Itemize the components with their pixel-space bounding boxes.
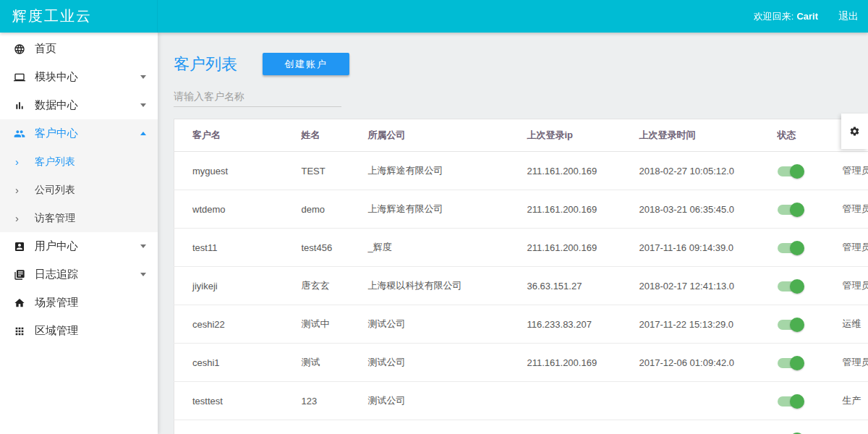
cell-company — [367, 420, 527, 434]
sidebar-subitem-label: 访客管理 — [35, 212, 75, 225]
table-row: ceshi1测试测试公司211.161.200.1692017-12-06 01… — [174, 344, 868, 382]
cell-name: demo — [301, 190, 367, 229]
cell-status — [777, 420, 842, 434]
table-row — [174, 420, 868, 434]
cell-status — [777, 152, 842, 190]
cell-status — [777, 267, 842, 305]
table-row: jiyikeji唐玄玄上海稷以科技有限公司36.63.151.272018-02… — [174, 267, 868, 305]
current-username: Carit — [796, 11, 818, 22]
status-toggle[interactable] — [778, 166, 802, 176]
cell-status — [777, 344, 842, 382]
sidebar-item-user-center[interactable]: 用户中心 — [0, 232, 158, 260]
logout-button[interactable]: 退出 — [838, 10, 859, 23]
cell-name: 测试 — [301, 344, 367, 382]
sidebar-subitem-visitor-mgmt[interactable]: ›访客管理 — [0, 204, 158, 232]
welcome-prefix: 欢迎回来: — [754, 11, 794, 22]
chevron-right-icon: › — [15, 156, 25, 167]
cell-time — [639, 382, 777, 420]
cell-name — [301, 420, 367, 434]
cell-status — [777, 382, 842, 420]
bar-chart-icon — [14, 100, 25, 111]
cell-name: TEST — [301, 152, 367, 190]
contact-card-icon — [14, 241, 25, 252]
toggle-knob — [790, 203, 804, 217]
sidebar-item-home[interactable]: 首页 — [0, 35, 158, 63]
cell-status — [777, 190, 842, 229]
cell-time: 2017-12-06 01:09:42.0 — [639, 344, 777, 382]
sidebar-item-scene-mgmt[interactable]: 场景管理 — [0, 289, 158, 317]
chevron-down-icon — [140, 273, 146, 276]
laptop-icon — [14, 72, 25, 83]
page-title: 客户列表 — [174, 54, 237, 75]
gear-icon — [849, 126, 860, 137]
cell-time: 2017-11-22 15:13:29.0 — [639, 305, 777, 344]
sidebar-item-label: 区域管理 — [35, 324, 78, 338]
cell-username — [174, 420, 301, 434]
column-header: 状态 — [777, 119, 842, 152]
chevron-down-icon — [140, 103, 146, 107]
table-header-row: 客户名姓名所属公司上次登录ip上次登录时间状态 — [174, 119, 868, 152]
column-header: 上次登录时间 — [639, 119, 777, 152]
table-row: myguestTEST上海辉途有限公司211.161.200.1692018-0… — [174, 152, 868, 190]
globe-icon — [14, 43, 25, 55]
customer-search-input[interactable] — [174, 88, 341, 107]
sidebar-item-customer-center[interactable]: 客户中心 — [0, 119, 158, 148]
cell-company: 测试公司 — [367, 344, 527, 382]
app-header: 辉度工业云 欢迎回来:Carit 退出 — [0, 0, 868, 33]
bar-chart-icon — [14, 100, 25, 111]
status-toggle[interactable] — [778, 205, 802, 215]
column-header: 姓名 — [301, 119, 367, 152]
status-toggle[interactable] — [778, 281, 802, 292]
table-row: wtdemodemo上海辉途有限公司211.161.200.1692018-03… — [174, 190, 868, 229]
status-toggle[interactable] — [778, 358, 802, 368]
app-logo: 辉度工业云 — [0, 0, 158, 33]
welcome-text: 欢迎回来:Carit — [754, 10, 818, 23]
people-icon — [14, 128, 25, 140]
cell-name: 123 — [301, 382, 367, 420]
sidebar-subitem-label: 公司列表 — [35, 184, 75, 197]
column-header: 客户名 — [174, 119, 301, 152]
cell-role: 生产 — [842, 382, 868, 420]
sidebar-item-label: 用户中心 — [35, 239, 78, 253]
cell-role: 管理员 — [842, 267, 868, 305]
status-toggle[interactable] — [778, 396, 802, 407]
cell-ip: 211.161.200.169 — [527, 190, 639, 229]
sidebar-subitem-company-list[interactable]: ›公司列表 — [0, 176, 158, 204]
chevron-right-icon: › — [15, 213, 25, 224]
toggle-knob — [790, 356, 804, 370]
toggle-knob — [790, 318, 804, 332]
cell-username: test11 — [174, 229, 301, 267]
chevron-down-icon — [140, 75, 146, 79]
column-settings-button[interactable] — [841, 114, 868, 149]
column-header: 上次登录ip — [527, 119, 639, 152]
sidebar-item-module-center[interactable]: 模块中心 — [0, 63, 158, 91]
cell-ip — [527, 420, 639, 434]
logs-icon — [14, 269, 25, 281]
cell-company: 上海辉途有限公司 — [367, 152, 527, 190]
contact-card-icon — [14, 241, 25, 252]
cell-ip: 36.63.151.27 — [527, 267, 639, 305]
cell-ip: 211.161.200.169 — [527, 152, 639, 190]
sidebar-item-data-center[interactable]: 数据中心 — [0, 91, 158, 119]
sidebar-item-label: 数据中心 — [35, 98, 78, 112]
sidebar-item-label: 日志追踪 — [35, 268, 78, 281]
create-account-button[interactable]: 创建账户 — [263, 53, 349, 75]
sidebar-subitem-label: 客户列表 — [35, 156, 75, 169]
sidebar-item-region-mgmt[interactable]: 区域管理 — [0, 317, 158, 345]
status-toggle[interactable] — [778, 320, 802, 330]
status-toggle[interactable] — [778, 243, 802, 253]
cell-time: 2018-03-21 06:35:45.0 — [639, 190, 777, 229]
sidebar-subitem-customer-list[interactable]: ›客户列表 — [0, 148, 158, 176]
cell-name: 唐玄玄 — [301, 267, 367, 305]
home-icon — [14, 297, 25, 309]
cell-ip: 116.233.83.207 — [527, 305, 639, 344]
cell-company: _辉度 — [367, 229, 527, 267]
cell-username: testtest — [174, 382, 301, 420]
table-row: ceshi22测试中测试公司116.233.83.2072017-11-22 1… — [174, 305, 868, 344]
laptop-icon — [14, 72, 25, 83]
cell-role — [842, 420, 868, 434]
toggle-knob — [790, 164, 804, 179]
sidebar-item-log-tracking[interactable]: 日志追踪 — [0, 260, 158, 289]
cell-company: 上海稷以科技有限公司 — [367, 267, 527, 305]
table-row: testtest123测试公司生产 — [174, 382, 868, 420]
